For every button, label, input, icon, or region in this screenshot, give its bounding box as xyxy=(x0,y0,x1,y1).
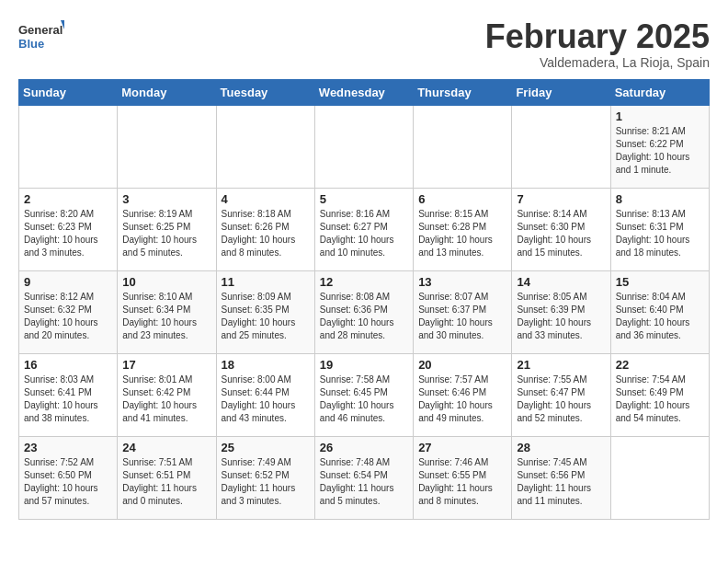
calendar-cell: 10Sunrise: 8:10 AM Sunset: 6:34 PM Dayli… xyxy=(118,270,216,353)
calendar-cell: 18Sunrise: 8:00 AM Sunset: 6:44 PM Dayli… xyxy=(216,353,314,436)
svg-text:Blue: Blue xyxy=(18,37,44,51)
day-info: Sunrise: 7:52 AM Sunset: 6:50 PM Dayligh… xyxy=(24,456,112,508)
day-number: 7 xyxy=(517,192,605,206)
day-number: 2 xyxy=(24,192,112,206)
day-number: 26 xyxy=(320,441,408,454)
calendar-cell: 3Sunrise: 8:19 AM Sunset: 6:25 PM Daylig… xyxy=(118,188,216,270)
weekday-header: Saturday xyxy=(610,79,709,105)
day-number: 19 xyxy=(320,358,408,372)
day-info: Sunrise: 7:51 AM Sunset: 6:51 PM Dayligh… xyxy=(122,456,210,508)
day-info: Sunrise: 7:54 AM Sunset: 6:49 PM Dayligh… xyxy=(616,373,704,425)
calendar-week-row: 2Sunrise: 8:20 AM Sunset: 6:23 PM Daylig… xyxy=(19,188,710,270)
calendar-cell: 1Sunrise: 8:21 AM Sunset: 6:22 PM Daylig… xyxy=(610,105,709,188)
day-number: 13 xyxy=(418,275,506,289)
calendar-cell: 20Sunrise: 7:57 AM Sunset: 6:46 PM Dayli… xyxy=(414,353,512,436)
day-info: Sunrise: 8:00 AM Sunset: 6:44 PM Dayligh… xyxy=(222,373,310,425)
day-number: 11 xyxy=(222,275,310,289)
calendar-cell: 28Sunrise: 7:45 AM Sunset: 6:56 PM Dayli… xyxy=(512,436,610,519)
calendar-table: SundayMondayTuesdayWednesdayThursdayFrid… xyxy=(18,79,710,520)
calendar-cell xyxy=(610,436,709,519)
calendar-cell: 12Sunrise: 8:08 AM Sunset: 6:36 PM Dayli… xyxy=(314,270,413,353)
calendar-cell xyxy=(216,105,314,188)
calendar-cell: 24Sunrise: 7:51 AM Sunset: 6:51 PM Dayli… xyxy=(118,436,216,519)
day-number: 1 xyxy=(616,109,704,123)
day-info: Sunrise: 8:20 AM Sunset: 6:23 PM Dayligh… xyxy=(24,208,112,259)
weekday-header: Sunday xyxy=(19,79,118,105)
calendar-cell: 13Sunrise: 8:07 AM Sunset: 6:37 PM Dayli… xyxy=(414,270,512,353)
calendar-cell: 23Sunrise: 7:52 AM Sunset: 6:50 PM Dayli… xyxy=(19,436,118,519)
day-number: 4 xyxy=(222,192,310,206)
logo-svg: General Blue xyxy=(18,18,64,55)
day-number: 9 xyxy=(24,275,112,289)
calendar-week-row: 1Sunrise: 8:21 AM Sunset: 6:22 PM Daylig… xyxy=(19,105,710,188)
day-info: Sunrise: 7:45 AM Sunset: 6:56 PM Dayligh… xyxy=(517,456,605,508)
logo: General Blue xyxy=(18,18,64,55)
day-number: 28 xyxy=(517,441,605,454)
day-number: 27 xyxy=(418,441,506,454)
day-info: Sunrise: 8:04 AM Sunset: 6:40 PM Dayligh… xyxy=(616,291,704,342)
day-number: 10 xyxy=(122,275,210,289)
calendar-cell: 27Sunrise: 7:46 AM Sunset: 6:55 PM Dayli… xyxy=(414,436,512,519)
day-number: 22 xyxy=(616,358,704,372)
calendar-week-row: 9Sunrise: 8:12 AM Sunset: 6:32 PM Daylig… xyxy=(19,270,710,353)
calendar-cell: 19Sunrise: 7:58 AM Sunset: 6:45 PM Dayli… xyxy=(314,353,413,436)
calendar-cell xyxy=(314,105,413,188)
day-info: Sunrise: 7:55 AM Sunset: 6:47 PM Dayligh… xyxy=(517,373,605,425)
weekday-header: Wednesday xyxy=(314,79,413,105)
calendar-cell: 2Sunrise: 8:20 AM Sunset: 6:23 PM Daylig… xyxy=(19,188,118,270)
calendar-cell xyxy=(512,105,610,188)
calendar-cell: 11Sunrise: 8:09 AM Sunset: 6:35 PM Dayli… xyxy=(216,270,314,353)
calendar-cell: 15Sunrise: 8:04 AM Sunset: 6:40 PM Dayli… xyxy=(610,270,709,353)
day-number: 15 xyxy=(616,275,704,289)
day-info: Sunrise: 8:14 AM Sunset: 6:30 PM Dayligh… xyxy=(517,208,605,259)
day-number: 21 xyxy=(517,358,605,372)
calendar-cell: 14Sunrise: 8:05 AM Sunset: 6:39 PM Dayli… xyxy=(512,270,610,353)
day-number: 5 xyxy=(320,192,408,206)
day-info: Sunrise: 8:19 AM Sunset: 6:25 PM Dayligh… xyxy=(122,208,210,259)
day-number: 24 xyxy=(122,441,210,454)
day-info: Sunrise: 8:03 AM Sunset: 6:41 PM Dayligh… xyxy=(24,373,112,425)
page-header: General Blue February 2025 Valdemadera, … xyxy=(18,18,710,70)
day-number: 25 xyxy=(222,441,310,454)
calendar-cell: 25Sunrise: 7:49 AM Sunset: 6:52 PM Dayli… xyxy=(216,436,314,519)
month-title: February 2025 xyxy=(485,18,710,55)
svg-text:General: General xyxy=(18,23,63,37)
day-number: 18 xyxy=(222,358,310,372)
weekday-header: Friday xyxy=(512,79,610,105)
day-number: 23 xyxy=(24,441,112,454)
calendar-cell xyxy=(19,105,118,188)
calendar-cell: 5Sunrise: 8:16 AM Sunset: 6:27 PM Daylig… xyxy=(314,188,413,270)
day-info: Sunrise: 8:10 AM Sunset: 6:34 PM Dayligh… xyxy=(122,291,210,342)
day-number: 20 xyxy=(418,358,506,372)
calendar-cell xyxy=(118,105,216,188)
day-info: Sunrise: 7:58 AM Sunset: 6:45 PM Dayligh… xyxy=(320,373,408,425)
calendar-week-row: 16Sunrise: 8:03 AM Sunset: 6:41 PM Dayli… xyxy=(19,353,710,436)
day-info: Sunrise: 8:21 AM Sunset: 6:22 PM Dayligh… xyxy=(616,125,704,177)
weekday-header: Thursday xyxy=(414,79,512,105)
calendar-cell: 17Sunrise: 8:01 AM Sunset: 6:42 PM Dayli… xyxy=(118,353,216,436)
calendar-cell: 7Sunrise: 8:14 AM Sunset: 6:30 PM Daylig… xyxy=(512,188,610,270)
day-info: Sunrise: 8:05 AM Sunset: 6:39 PM Dayligh… xyxy=(517,291,605,342)
day-number: 17 xyxy=(122,358,210,372)
day-info: Sunrise: 7:48 AM Sunset: 6:54 PM Dayligh… xyxy=(320,456,408,508)
day-info: Sunrise: 7:49 AM Sunset: 6:52 PM Dayligh… xyxy=(222,456,310,508)
day-number: 16 xyxy=(24,358,112,372)
day-info: Sunrise: 8:13 AM Sunset: 6:31 PM Dayligh… xyxy=(616,208,704,259)
calendar-cell: 26Sunrise: 7:48 AM Sunset: 6:54 PM Dayli… xyxy=(314,436,413,519)
calendar-cell: 8Sunrise: 8:13 AM Sunset: 6:31 PM Daylig… xyxy=(610,188,709,270)
day-number: 12 xyxy=(320,275,408,289)
day-info: Sunrise: 8:15 AM Sunset: 6:28 PM Dayligh… xyxy=(418,208,506,259)
day-info: Sunrise: 8:12 AM Sunset: 6:32 PM Dayligh… xyxy=(24,291,112,342)
calendar-cell: 9Sunrise: 8:12 AM Sunset: 6:32 PM Daylig… xyxy=(19,270,118,353)
day-info: Sunrise: 8:16 AM Sunset: 6:27 PM Dayligh… xyxy=(320,208,408,259)
calendar-cell: 21Sunrise: 7:55 AM Sunset: 6:47 PM Dayli… xyxy=(512,353,610,436)
calendar-cell: 6Sunrise: 8:15 AM Sunset: 6:28 PM Daylig… xyxy=(414,188,512,270)
weekday-header: Tuesday xyxy=(216,79,314,105)
day-info: Sunrise: 7:57 AM Sunset: 6:46 PM Dayligh… xyxy=(418,373,506,425)
day-info: Sunrise: 8:18 AM Sunset: 6:26 PM Dayligh… xyxy=(222,208,310,259)
day-info: Sunrise: 8:09 AM Sunset: 6:35 PM Dayligh… xyxy=(222,291,310,342)
day-info: Sunrise: 8:08 AM Sunset: 6:36 PM Dayligh… xyxy=(320,291,408,342)
title-block: February 2025 Valdemadera, La Rioja, Spa… xyxy=(485,18,710,70)
day-info: Sunrise: 7:46 AM Sunset: 6:55 PM Dayligh… xyxy=(418,456,506,508)
day-number: 6 xyxy=(418,192,506,206)
